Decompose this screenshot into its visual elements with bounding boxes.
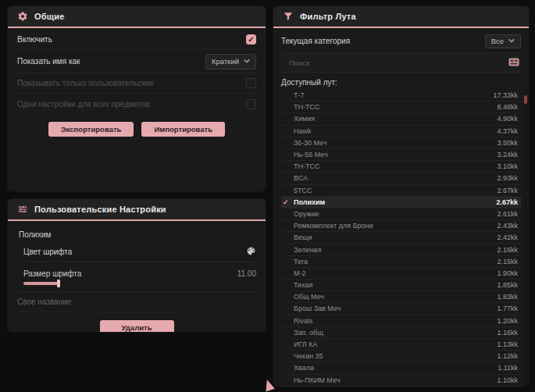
loot-filter-panel: Фильтр Лута Текущая категория Все Поиск … xyxy=(273,6,529,387)
font-size-value: 11.00 xyxy=(237,269,256,278)
loot-row[interactable]: Зеленая2.16kk xyxy=(281,244,521,255)
scrollbar-thumb[interactable] xyxy=(524,95,527,104)
custom-name-placeholder: Свое название xyxy=(17,298,71,306)
loot-item-value: 1.20kk xyxy=(497,317,518,325)
loot-item-value: 2.67kk xyxy=(496,198,518,206)
loot-row[interactable]: Нь-56 Меч3.24kk xyxy=(281,149,521,161)
loot-row[interactable]: Хвала1.11kk xyxy=(281,362,521,374)
loot-item-name: Нь-ПКИМ Меч xyxy=(294,376,497,384)
loot-item-value: 2.93kk xyxy=(497,174,518,182)
loot-row[interactable]: Т-717.33kk xyxy=(281,90,521,102)
loot-item-value: 1.16kk xyxy=(497,329,518,337)
loot-row[interactable]: Оружие2.61kk xyxy=(281,208,521,220)
loot-item-name: Оружие xyxy=(294,210,497,218)
loot-item-value: 2.42kk xyxy=(497,233,518,241)
custom-settings-title: Пользовательские Настройки xyxy=(34,205,166,214)
funnel-icon xyxy=(283,11,294,22)
loot-row[interactable]: М-21.90kk xyxy=(281,268,521,280)
loot-item-name: ИГЛ КА xyxy=(294,340,497,348)
scrollbar[interactable] xyxy=(524,94,527,387)
only-custom-label: Показывать только пользовательские xyxy=(17,79,154,87)
loot-row[interactable]: Тега2.15kk xyxy=(281,256,521,268)
category-row: Текущая категория Все xyxy=(281,30,521,53)
loot-row[interactable]: Химия4.90kk xyxy=(281,113,521,125)
font-size-block: Размер шрифта 11.00 xyxy=(17,262,256,292)
available-loot-label: Доступный лут: xyxy=(281,73,521,90)
loot-item-name: Зеленая xyxy=(294,246,497,254)
loot-row[interactable]: Чекан 351.12kk xyxy=(281,351,521,362)
delete-button[interactable]: Удалить xyxy=(100,320,174,332)
search-options-icon[interactable] xyxy=(508,58,519,68)
loot-item-value: 4.37kk xyxy=(497,127,518,135)
chevron-down-icon xyxy=(244,57,250,66)
loot-item-value: 1.11kk xyxy=(498,364,518,372)
show-name-dropdown[interactable]: Краткий xyxy=(205,54,256,69)
loot-item-value: 2.15kk xyxy=(497,258,518,265)
palette-icon[interactable] xyxy=(246,246,256,258)
general-panel: Общие Включить ✓ Показать имя как Кратки… xyxy=(8,6,266,191)
loot-row[interactable]: Тихая1.85kk xyxy=(281,280,521,291)
loot-row[interactable]: ВСА2.93kk xyxy=(281,173,521,184)
only-custom-row: Показывать только пользовательские xyxy=(17,73,256,94)
loot-item-value: 8.48kk xyxy=(497,103,518,111)
export-button[interactable]: Экспортировать xyxy=(48,122,134,137)
font-color-row[interactable]: Цвет шрифта xyxy=(17,242,256,262)
loot-row[interactable]: ТН-ТСС8.48kk xyxy=(281,102,521,113)
sliders-icon xyxy=(17,204,28,215)
loot-row[interactable]: Зап. общ1.16kk xyxy=(281,327,521,339)
loot-item-name: Полихим xyxy=(294,198,496,206)
custom-settings-panel: Пользовательские Настройки Полихим Цвет … xyxy=(8,199,266,332)
loot-item-name: 36-30 Меч xyxy=(294,139,497,147)
loot-row[interactable]: 5ТСС2.67kk xyxy=(281,185,521,197)
loot-item-name: Нь-56 Меч xyxy=(294,151,497,159)
search-input[interactable]: Поиск xyxy=(281,53,521,73)
font-size-slider[interactable] xyxy=(23,282,59,285)
loot-row[interactable]: Hawk4.37kk xyxy=(281,126,521,137)
loot-item-value: 3.50kk xyxy=(497,139,518,147)
slider-thumb[interactable] xyxy=(57,280,60,287)
loot-row[interactable]: Ремкомплект для Брони2.43kk xyxy=(281,220,521,232)
loot-row[interactable]: ТН-ТСС3.10kk xyxy=(281,161,521,173)
same-settings-checkbox[interactable] xyxy=(246,99,256,109)
loot-item-value: 1.77kk xyxy=(497,305,518,312)
loot-row[interactable]: ✓Полихим2.67kk xyxy=(281,197,521,208)
loot-item-name: М-2 xyxy=(294,269,497,277)
loot-row[interactable]: ИГЛ КА1.13kk xyxy=(281,339,521,351)
general-panel-title: Общие xyxy=(34,12,65,21)
same-settings-row: Одни настройки для всех предметов xyxy=(17,94,256,114)
custom-name-input[interactable]: Свое название xyxy=(17,292,256,312)
loot-row[interactable]: 36-30 Меч3.50kk xyxy=(281,137,521,149)
loot-row[interactable]: Брош Зав Меч1.77kk xyxy=(281,303,521,315)
loot-row[interactable]: Общ Меч1.83kk xyxy=(281,291,521,303)
font-color-label: Цвет шрифта xyxy=(23,248,72,256)
loot-item-name: 5ТСС xyxy=(294,187,497,194)
loot-item-name: Общ Меч xyxy=(294,293,497,301)
enable-checkbox[interactable]: ✓ xyxy=(246,34,256,45)
loot-item-name: Брош Зав Меч xyxy=(294,305,497,312)
loot-item-name: Тихая xyxy=(294,281,497,289)
loot-item-name: Химия xyxy=(294,115,497,123)
loot-item-value: 1.10kk xyxy=(497,376,518,384)
loot-item-value: 2.16kk xyxy=(497,246,518,254)
loot-item-value: 17.33kk xyxy=(493,91,518,99)
only-custom-checkbox[interactable] xyxy=(246,78,256,88)
loot-item-value: 1.12kk xyxy=(497,352,518,360)
same-settings-label: Одни настройки для всех предметов xyxy=(17,100,150,109)
category-dropdown[interactable]: Все xyxy=(485,34,521,48)
loot-item-value: 3.10kk xyxy=(497,162,518,170)
loot-item-name: ТН-ТСС xyxy=(294,103,497,111)
loot-row[interactable]: Вещи2.42kk xyxy=(281,232,521,244)
loot-row[interactable]: Нь-ПКИМ Меч1.10kk xyxy=(281,375,521,387)
loot-item-value: 1.85kk xyxy=(497,281,518,289)
loot-item-name: Тега xyxy=(294,258,497,265)
loot-filter-header: Фильтр Лута xyxy=(273,6,529,28)
loot-item-value: 2.43kk xyxy=(497,222,518,230)
loot-item-name: Вещи xyxy=(294,233,497,241)
category-value: Все xyxy=(491,37,504,45)
loot-item-name: Rivals xyxy=(294,317,497,325)
loot-row[interactable]: Rivals1.20kk xyxy=(281,315,521,327)
loot-item-value: 4.90kk xyxy=(497,115,518,123)
import-button[interactable]: Импортировать xyxy=(141,122,225,137)
loot-item-name: Зап. общ xyxy=(294,329,497,337)
loot-item-value: 1.13kk xyxy=(497,340,518,348)
